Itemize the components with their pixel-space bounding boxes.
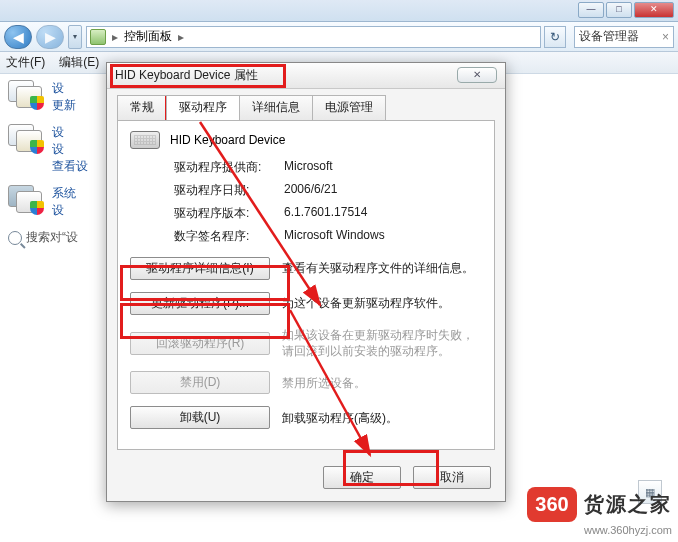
breadcrumb-sep-icon: ▸ bbox=[176, 30, 186, 44]
navigation-bar: ◀ ▶ ▾ ▸ 控制面板 ▸ ↻ 设备管理器 × bbox=[0, 22, 678, 52]
update-driver-button[interactable]: 更新驱动程序(P)... bbox=[130, 292, 270, 315]
tab-driver[interactable]: 驱动程序 bbox=[166, 95, 240, 120]
category-sub[interactable]: 设 bbox=[52, 141, 88, 158]
back-button[interactable]: ◀ bbox=[4, 25, 32, 49]
watermark: 360 货源之家 www.360hyzj.com bbox=[527, 487, 672, 536]
category-item[interactable]: 系统设 bbox=[8, 185, 102, 219]
address-bar[interactable]: ▸ 控制面板 ▸ bbox=[86, 26, 541, 48]
breadcrumb-sep-icon: ▸ bbox=[110, 30, 120, 44]
window-controls: — □ ✕ bbox=[578, 2, 674, 18]
category-icon bbox=[8, 124, 46, 156]
driver-details-desc: 查看有关驱动程序文件的详细信息。 bbox=[282, 260, 482, 276]
value-version: 6.1.7601.17514 bbox=[284, 205, 367, 222]
dialog-footer: 确定 取消 bbox=[323, 466, 491, 489]
minimize-button[interactable]: — bbox=[578, 2, 604, 18]
label-version: 驱动程序版本: bbox=[174, 205, 284, 222]
driver-details-button[interactable]: 驱动程序详细信息(I) bbox=[130, 257, 270, 280]
label-signer: 数字签名程序: bbox=[174, 228, 284, 245]
value-provider: Microsoft bbox=[284, 159, 333, 176]
context-box-label: 设备管理器 bbox=[579, 28, 639, 45]
menu-edit[interactable]: 编辑(E) bbox=[59, 54, 99, 71]
shield-icon bbox=[30, 140, 44, 154]
category-sub[interactable]: 更新 bbox=[52, 97, 76, 114]
dialog-close-button[interactable]: ✕ bbox=[457, 67, 497, 83]
properties-dialog: HID Keyboard Device 属性 ✕ 常规 驱动程序 详细信息 电源… bbox=[106, 62, 506, 502]
shield-icon bbox=[30, 96, 44, 110]
menu-file[interactable]: 文件(F) bbox=[6, 54, 45, 71]
label-provider: 驱动程序提供商: bbox=[174, 159, 284, 176]
value-date: 2006/6/21 bbox=[284, 182, 337, 199]
category-title: 设 bbox=[52, 124, 88, 141]
breadcrumb-item[interactable]: 控制面板 bbox=[124, 28, 172, 45]
label-date: 驱动程序日期: bbox=[174, 182, 284, 199]
dialog-title-bar: HID Keyboard Device 属性 ✕ bbox=[107, 63, 505, 89]
category-sidebar: 设更新 设设查看设 系统设 搜索对“设 bbox=[0, 74, 106, 542]
category-title: 设 bbox=[52, 80, 76, 97]
logo-badge: 360 bbox=[527, 487, 576, 522]
shield-icon bbox=[30, 201, 44, 215]
tab-page-driver: HID Keyboard Device 驱动程序提供商:Microsoft 驱动… bbox=[117, 120, 495, 450]
logo-url: www.360hyzj.com bbox=[527, 524, 672, 536]
tab-power[interactable]: 电源管理 bbox=[312, 95, 386, 120]
maximize-button[interactable]: □ bbox=[606, 2, 632, 18]
clear-icon[interactable]: × bbox=[662, 30, 669, 44]
category-title: 系统 bbox=[52, 185, 76, 202]
disable-desc: 禁用所选设备。 bbox=[282, 375, 482, 391]
cancel-button[interactable]: 取消 bbox=[413, 466, 491, 489]
driver-info: 驱动程序提供商:Microsoft 驱动程序日期:2006/6/21 驱动程序版… bbox=[174, 159, 482, 245]
search-or-context-box[interactable]: 设备管理器 × bbox=[574, 26, 674, 48]
value-signer: Microsoft Windows bbox=[284, 228, 385, 245]
nav-history-dropdown[interactable]: ▾ bbox=[68, 25, 82, 49]
tab-strip: 常规 驱动程序 详细信息 电源管理 bbox=[117, 95, 505, 120]
search-text: 搜索对“设 bbox=[26, 229, 78, 246]
category-icon bbox=[8, 185, 46, 217]
tab-general[interactable]: 常规 bbox=[117, 95, 167, 120]
category-item[interactable]: 设更新 bbox=[8, 80, 102, 114]
refresh-button[interactable]: ↻ bbox=[544, 26, 566, 48]
device-name: HID Keyboard Device bbox=[170, 133, 285, 147]
dialog-title: HID Keyboard Device 属性 bbox=[115, 67, 258, 84]
close-button[interactable]: ✕ bbox=[634, 2, 674, 18]
uninstall-desc: 卸载驱动程序(高级)。 bbox=[282, 410, 482, 426]
category-icon bbox=[8, 80, 46, 112]
rollback-driver-button: 回滚驱动程序(R) bbox=[130, 332, 270, 355]
uninstall-button[interactable]: 卸载(U) bbox=[130, 406, 270, 429]
update-driver-desc: 为这个设备更新驱动程序软件。 bbox=[282, 295, 482, 311]
logo-text: 货源之家 bbox=[584, 491, 672, 518]
search-results-label: 搜索对“设 bbox=[8, 229, 102, 246]
forward-button[interactable]: ▶ bbox=[36, 25, 64, 49]
disable-button: 禁用(D) bbox=[130, 371, 270, 394]
control-panel-icon bbox=[90, 29, 106, 45]
category-item[interactable]: 设设查看设 bbox=[8, 124, 102, 175]
tab-detail[interactable]: 详细信息 bbox=[239, 95, 313, 120]
search-icon bbox=[8, 231, 22, 245]
keyboard-icon bbox=[130, 131, 160, 149]
driver-actions: 驱动程序详细信息(I) 查看有关驱动程序文件的详细信息。 更新驱动程序(P)..… bbox=[130, 257, 482, 429]
ok-button[interactable]: 确定 bbox=[323, 466, 401, 489]
category-sub[interactable]: 查看设 bbox=[52, 158, 88, 175]
window-titlebar: — □ ✕ bbox=[0, 0, 678, 22]
category-sub[interactable]: 设 bbox=[52, 202, 76, 219]
rollback-driver-desc: 如果该设备在更新驱动程序时失败，请回滚到以前安装的驱动程序。 bbox=[282, 327, 482, 359]
